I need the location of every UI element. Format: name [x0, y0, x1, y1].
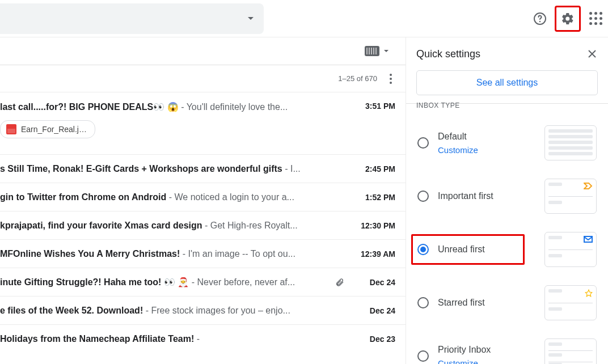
- email-snippet: - Free stock images for you – enjo...: [143, 306, 290, 315]
- chevron-down-icon: [384, 50, 389, 52]
- apps-button[interactable]: [584, 7, 607, 30]
- email-row[interactable]: last call.....for?! BIG PHONE DEALS👀 😱 -…: [0, 92, 406, 155]
- email-snippet: - You'll definitely love the...: [179, 102, 288, 112]
- attachment-name: Earn_For_Real.j…: [21, 125, 87, 134]
- option-thumbnail: [544, 125, 597, 160]
- email-subject: gin to Twitter from Chrome on Android: [0, 192, 166, 202]
- email-row[interactable]: e files of the Week 52. Download! - Free…: [0, 297, 406, 325]
- apps-grid-icon: [589, 12, 602, 25]
- email-subject: MFOnline Wishes You A Merry Christmas!: [0, 249, 180, 259]
- option-label: Priority Inbox: [438, 345, 535, 355]
- email-subject: last call.....for?! BIG PHONE DEALS👀 😱: [0, 102, 179, 112]
- email-subject: inute Gifting Struggle?! Haha me too! 👀 …: [0, 277, 189, 287]
- email-row[interactable]: s Still Time, Ronak! E-Gift Cards + Work…: [0, 155, 406, 183]
- inbox-type-option-starred[interactable]: Starred first: [416, 276, 598, 329]
- search-input[interactable]: [0, 3, 264, 34]
- radio-icon: [417, 244, 429, 255]
- settings-button-highlight: [555, 6, 581, 32]
- radio-icon: [417, 137, 429, 149]
- radio-icon: [417, 297, 429, 308]
- email-time: Dec 23: [348, 335, 395, 344]
- option-label: Important first: [438, 191, 535, 201]
- important-marker-icon: [584, 183, 593, 189]
- email-time: 12:39 AM: [348, 249, 395, 259]
- email-subject: s Still Time, Ronak! E-Gift Cards + Work…: [0, 164, 282, 173]
- email-row[interactable]: inute Gifting Struggle?! Haha me too! 👀 …: [0, 268, 406, 297]
- email-time: 12:30 PM: [348, 221, 395, 230]
- email-subject: kprajapati, find your favorite Xmas card…: [0, 221, 202, 230]
- chevron-down-icon: [248, 17, 254, 20]
- option-thumbnail: [544, 338, 597, 364]
- email-time: 3:51 PM: [348, 101, 395, 111]
- close-button[interactable]: [586, 48, 598, 60]
- option-label: Starred first: [438, 298, 535, 308]
- gear-icon: [561, 12, 575, 26]
- attachment-chip[interactable]: Earn_For_Real.j…: [0, 120, 95, 138]
- star-icon: [585, 289, 593, 297]
- customize-link[interactable]: Customize: [438, 145, 535, 155]
- email-snippet: - We noticed a login to your a...: [166, 192, 294, 202]
- input-tools[interactable]: [0, 37, 406, 65]
- mail-icon: [584, 236, 593, 243]
- radio-icon: [417, 350, 429, 362]
- option-thumbnail: [544, 232, 597, 267]
- more-menu-button[interactable]: [386, 70, 395, 87]
- email-subject: Holidays from the Namecheap Affiliate Te…: [0, 334, 194, 344]
- email-snippet: - Never before, never af...: [189, 277, 295, 287]
- pagination-text: 1–25 of 670: [338, 74, 377, 83]
- email-time: Dec 24: [348, 278, 395, 287]
- see-all-settings-button[interactable]: See all settings: [416, 70, 598, 95]
- svg-point-1: [539, 20, 541, 22]
- email-snippet: - I'm an image -- To opt ou...: [180, 249, 295, 259]
- section-label: INBOX TYPE: [416, 101, 598, 108]
- email-subject: e files of the Week 52. Download!: [0, 306, 143, 315]
- option-label: Unread first: [438, 244, 518, 255]
- image-file-icon: [6, 124, 16, 134]
- inbox-type-option-priority[interactable]: Priority Inbox Customize: [416, 329, 598, 364]
- see-all-settings-label: See all settings: [476, 78, 538, 88]
- option-thumbnail: [544, 179, 597, 214]
- help-button[interactable]: [529, 7, 551, 30]
- email-row[interactable]: Holidays from the Namecheap Affiliate Te…: [0, 325, 406, 353]
- inbox-type-option-unread[interactable]: Unread first: [416, 223, 598, 276]
- settings-button[interactable]: [556, 7, 579, 30]
- email-row[interactable]: kprajapati, find your favorite Xmas card…: [0, 211, 406, 240]
- keyboard-icon: [365, 46, 379, 56]
- email-time: 1:52 PM: [348, 193, 395, 202]
- option-label: Default: [438, 132, 535, 142]
- inbox-type-option-default[interactable]: Default Customize: [416, 116, 598, 170]
- help-icon: [533, 12, 547, 26]
- email-row[interactable]: gin to Twitter from Chrome on Android - …: [0, 183, 406, 211]
- option-thumbnail: [544, 285, 597, 320]
- unread-first-highlight: Unread first: [411, 234, 525, 265]
- radio-icon: [417, 191, 429, 202]
- customize-link[interactable]: Customize: [438, 358, 535, 365]
- email-snippet: -: [194, 334, 200, 344]
- close-icon: [586, 48, 598, 60]
- paperclip-icon: [335, 278, 344, 287]
- quick-settings-title: Quick settings: [416, 48, 480, 60]
- email-snippet: - I...: [282, 164, 301, 173]
- email-row[interactable]: MFOnline Wishes You A Merry Christmas! -…: [0, 240, 406, 268]
- email-time: Dec 24: [348, 306, 395, 315]
- email-snippet: - Get High-res Royalt...: [202, 221, 298, 230]
- inbox-type-option-important[interactable]: Important first: [416, 170, 598, 223]
- email-time: 2:45 PM: [348, 164, 395, 173]
